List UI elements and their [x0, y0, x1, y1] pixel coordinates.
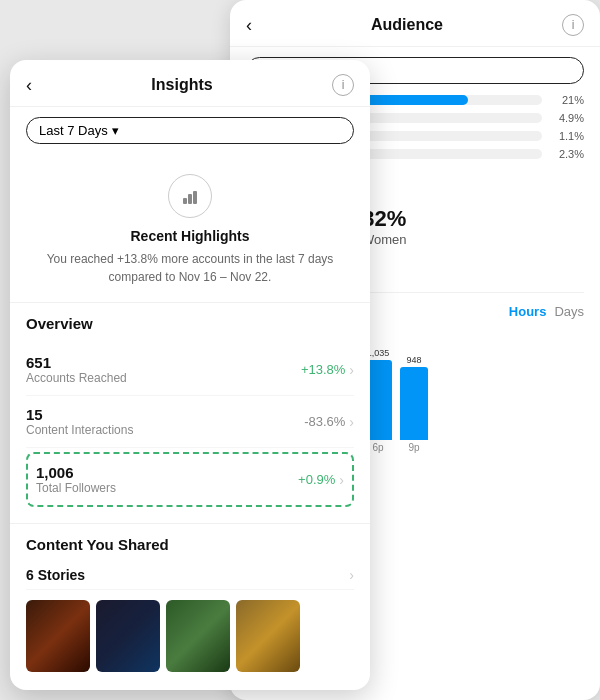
thumbnail-3	[166, 600, 230, 672]
metric-row-content-interactions[interactable]: 15 Content Interactions -83.6% ›	[26, 396, 354, 448]
bar-pct-4: 2.3%	[550, 148, 584, 160]
metric-row-accounts-reached[interactable]: 651 Accounts Reached +13.8% ›	[26, 344, 354, 396]
thumbnail-1	[26, 600, 90, 672]
svg-rect-1	[183, 198, 187, 204]
audience-header: ‹ Audience i	[230, 0, 600, 47]
audience-info-button[interactable]: i	[562, 14, 584, 36]
thumbnails	[26, 600, 354, 672]
audience-title: Audience	[371, 16, 443, 34]
metric-right-2: -83.6% ›	[304, 414, 354, 430]
metric-change-2: -83.6%	[304, 414, 345, 429]
insights-card: ‹ Insights i Last 7 Days ▾ Recent Highli…	[10, 60, 370, 690]
chart-label-4: 6p	[372, 442, 383, 453]
metric-left-1: 651 Accounts Reached	[26, 354, 127, 385]
bar-pct-3: 1.1%	[550, 130, 584, 142]
metric-change-3: +0.9%	[298, 472, 335, 487]
overview-title: Overview	[26, 315, 354, 332]
thumbnail-2	[96, 600, 160, 672]
metric-label-1: Accounts Reached	[26, 371, 127, 385]
thumbnail-4	[236, 600, 300, 672]
insights-back-button[interactable]: ‹	[26, 75, 32, 96]
bar-pct-2: 4.9%	[550, 112, 584, 124]
highlights-text: You reached +13.8% more accounts in the …	[30, 250, 350, 286]
chart-bar-group-5: 948 9p	[400, 355, 428, 453]
metric-left-3: 1,006 Total Followers	[36, 464, 116, 495]
times-tabs: Hours Days	[509, 304, 584, 319]
tab-days[interactable]: Days	[554, 304, 584, 319]
metric-label-2: Content Interactions	[26, 423, 133, 437]
metric-right-1: +13.8% ›	[301, 362, 354, 378]
metric-label-3: Total Followers	[36, 481, 116, 495]
insights-info-button[interactable]: i	[332, 74, 354, 96]
stories-label: 6 Stories	[26, 567, 85, 583]
insights-header: ‹ Insights i	[10, 60, 370, 107]
chart-val-4: 1,035	[367, 348, 390, 358]
chart-bar-5	[400, 367, 428, 440]
metric-change-1: +13.8%	[301, 362, 345, 377]
chevron-icon-3: ›	[339, 472, 344, 488]
svg-rect-2	[188, 194, 192, 204]
chart-val-5: 948	[406, 355, 421, 365]
insights-title: Insights	[151, 76, 212, 94]
tab-hours[interactable]: Hours	[509, 304, 547, 319]
metric-row-total-followers[interactable]: 1,006 Total Followers +0.9% ›	[26, 452, 354, 507]
metric-value-2: 15	[26, 406, 133, 423]
chart-label-5: 9p	[408, 442, 419, 453]
content-section: Content You Shared 6 Stories ›	[10, 524, 370, 684]
insights-filter-button[interactable]: Last 7 Days ▾	[26, 117, 354, 144]
metric-right-3: +0.9% ›	[298, 472, 344, 488]
metric-value-3: 1,006	[36, 464, 116, 481]
metric-left-2: 15 Content Interactions	[26, 406, 133, 437]
metric-value-1: 651	[26, 354, 127, 371]
bar-pct-1: 21%	[550, 94, 584, 106]
stories-row[interactable]: 6 Stories ›	[26, 561, 354, 590]
overview-section: Overview 651 Accounts Reached +13.8% › 1…	[10, 303, 370, 524]
highlights-title: Recent Highlights	[30, 228, 350, 244]
content-title: Content You Shared	[26, 536, 354, 553]
highlights-icon	[168, 174, 212, 218]
audience-back-button[interactable]: ‹	[246, 15, 252, 36]
chevron-icon-1: ›	[349, 362, 354, 378]
chevron-icon-2: ›	[349, 414, 354, 430]
stories-chevron-icon: ›	[349, 567, 354, 583]
highlights-section: Recent Highlights You reached +13.8% mor…	[10, 154, 370, 303]
svg-rect-3	[193, 191, 197, 204]
